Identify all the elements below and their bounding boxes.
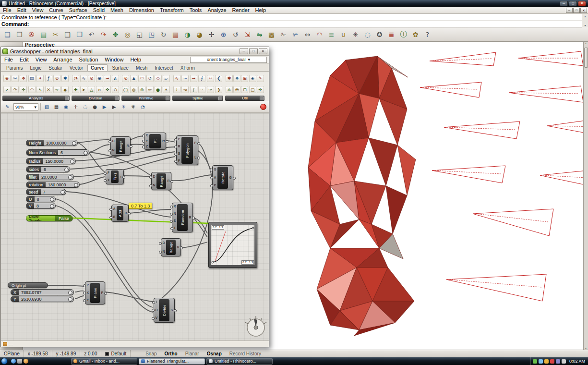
menu-item[interactable]: Transform xyxy=(157,7,187,13)
gh-port[interactable]: Pt xyxy=(162,140,165,143)
scroll-down-icon[interactable]: ▾ xyxy=(585,347,587,350)
gh-menu-item[interactable]: Window xyxy=(101,57,127,62)
print-icon[interactable]: ▤ xyxy=(37,28,49,40)
gh-tool-icon[interactable]: ∫ xyxy=(190,86,197,93)
gh-slider-v[interactable]: V 8 xyxy=(26,203,56,209)
slider-value[interactable]: 8 xyxy=(34,203,55,208)
gh-tool-icon[interactable]: ◭ xyxy=(112,75,119,82)
gh-slider-rotation[interactable]: rotation 180.0000 xyxy=(26,182,80,188)
menu-item[interactable]: Help xyxy=(252,7,269,13)
gh-tool-icon[interactable]: ≀ xyxy=(173,86,180,93)
join-icon[interactable]: ∪ xyxy=(337,28,349,40)
gh-tab[interactable]: Logic xyxy=(27,65,44,71)
mirror-icon[interactable]: ⇋ xyxy=(253,28,265,40)
menu-item[interactable]: Curve xyxy=(46,7,66,13)
gh-slider-fillet[interactable]: fillet 20.0000 xyxy=(26,174,74,180)
scroll-down-icon[interactable]: ▾ xyxy=(584,24,586,27)
document-selector[interactable]: orient triangles_final ▾ xyxy=(190,57,267,63)
gh-maximize-button[interactable]: □ xyxy=(249,48,258,54)
tray-security-icon[interactable] xyxy=(533,359,537,364)
menu-item[interactable]: Dimension xyxy=(126,7,157,13)
gh-tool-icon[interactable]: ➚ xyxy=(3,86,11,93)
gh-slider-u[interactable]: U 8 xyxy=(26,196,56,202)
extend-icon[interactable]: ↔ xyxy=(301,28,313,40)
gh-port[interactable]: X xyxy=(87,292,89,295)
gh-tool-icon[interactable]: ❮ xyxy=(215,75,222,82)
gh-port[interactable]: R xyxy=(174,205,176,208)
paste-icon[interactable]: ❒ xyxy=(73,28,85,40)
ribbon-group-label[interactable]: Spline xyxy=(172,96,223,101)
lock-icon[interactable]: ✪ xyxy=(373,28,385,40)
gh-port[interactable]: A xyxy=(113,207,115,211)
gh-port[interactable]: Y xyxy=(146,140,148,143)
gh-node-rotate[interactable]: G A P Rotate G xyxy=(212,165,233,190)
gh-port[interactable]: N xyxy=(163,250,165,254)
help-icon[interactable]: ? xyxy=(421,28,433,40)
snap-toggle[interactable]: Snap xyxy=(142,351,160,356)
gh-port[interactable]: P xyxy=(87,284,89,287)
gh-port[interactable]: R xyxy=(125,212,127,215)
slider-value[interactable]: 2630.6930 xyxy=(19,296,73,302)
render-icon[interactable]: ◕ xyxy=(193,28,205,40)
slider-value[interactable]: 7 xyxy=(41,189,66,195)
slider-value[interactable]: 150.0000 xyxy=(43,158,75,164)
scroll-up-icon[interactable]: ▴ xyxy=(585,42,587,45)
solve-menu-icon[interactable]: ▶ xyxy=(110,103,118,111)
pan-icon[interactable]: ✥ xyxy=(109,28,121,40)
gh-tool-icon[interactable]: ∽ xyxy=(198,86,205,93)
cplane-button[interactable]: CPlane xyxy=(0,350,24,357)
offset-icon[interactable]: ≡ xyxy=(325,28,337,40)
undo-icon[interactable]: ↶ xyxy=(85,28,97,40)
gh-tool-icon[interactable]: ∿ xyxy=(80,75,87,82)
gh-menu-item[interactable]: Edit xyxy=(16,57,32,62)
gh-tool-icon[interactable]: ◆ xyxy=(61,86,69,93)
grasshopper-canvas[interactable]: Height 1000.0000 Num Sections 6 radius 1… xyxy=(1,113,269,341)
gh-port[interactable]: N xyxy=(153,184,156,187)
planar-toggle[interactable]: Planar xyxy=(182,351,203,356)
gh-tool-icon[interactable]: ✏ xyxy=(146,86,154,93)
gh-tool-icon[interactable]: ↷ xyxy=(12,86,19,93)
gh-tool-icon[interactable]: ▤ xyxy=(28,75,36,82)
scrollbar-thumb[interactable] xyxy=(584,48,588,68)
gh-port[interactable]: V xyxy=(156,316,157,320)
gh-tool-icon[interactable]: ◇ xyxy=(155,75,162,82)
slider-value[interactable]: 8 xyxy=(35,196,56,202)
slider-value[interactable]: 20.0000 xyxy=(39,174,73,180)
array-icon[interactable]: ▩ xyxy=(265,28,277,40)
gh-tool-icon[interactable]: ⌀ xyxy=(96,86,103,93)
gh-tool-icon[interactable]: ➴ xyxy=(36,86,44,93)
marker-icon[interactable]: ✛ xyxy=(72,103,80,111)
effects-icon[interactable]: ✳ xyxy=(120,103,128,111)
gh-minimize-button[interactable]: ─ xyxy=(240,48,248,54)
gh-port[interactable]: X xyxy=(146,134,148,137)
gh-port[interactable]: R xyxy=(168,180,170,183)
gh-port[interactable]: S xyxy=(178,152,180,156)
gh-tab[interactable]: Scalar xyxy=(46,65,65,71)
preview-off-icon[interactable]: ◌ xyxy=(81,103,89,111)
gh-tool-icon[interactable]: ↝ xyxy=(181,86,189,93)
gh-tool-icon[interactable]: ∾ xyxy=(181,75,189,82)
mdi-close-button[interactable]: ✕ xyxy=(580,8,587,13)
gh-tool-icon[interactable]: ➟ xyxy=(104,75,111,82)
task-flattened[interactable]: Flattened Triangulat... xyxy=(139,358,205,365)
start-button[interactable] xyxy=(1,358,8,365)
taskbar-clock[interactable]: 8:02 AM xyxy=(567,359,585,364)
gh-tab[interactable]: XForm xyxy=(178,65,198,71)
gh-port[interactable]: Y xyxy=(87,299,89,302)
menu-item[interactable]: Solid xyxy=(90,7,108,13)
gh-tool-icon[interactable]: ✜ xyxy=(104,86,111,93)
gh-tool-icon[interactable]: ◠ xyxy=(138,75,145,82)
close-button[interactable]: ✕ xyxy=(578,1,586,6)
gh-tool-icon[interactable]: ❖ xyxy=(233,75,240,82)
gh-tool-icon[interactable]: ✲ xyxy=(226,86,233,93)
slider-value[interactable]: 6 xyxy=(41,167,70,172)
menu-item[interactable]: Mesh xyxy=(108,7,126,13)
gh-node-divide[interactable]: I U V Divide S xyxy=(154,298,175,323)
gh-port[interactable]: N xyxy=(174,212,176,216)
gh-port[interactable]: D xyxy=(112,140,115,143)
maximize-button[interactable]: □ xyxy=(569,1,577,6)
gh-tab[interactable]: Mesh xyxy=(133,65,150,71)
gh-tool-icon[interactable]: ⊙ xyxy=(122,75,129,82)
gh-tab[interactable]: Surface xyxy=(109,65,131,71)
fillet-icon[interactable]: ◠ xyxy=(313,28,325,40)
